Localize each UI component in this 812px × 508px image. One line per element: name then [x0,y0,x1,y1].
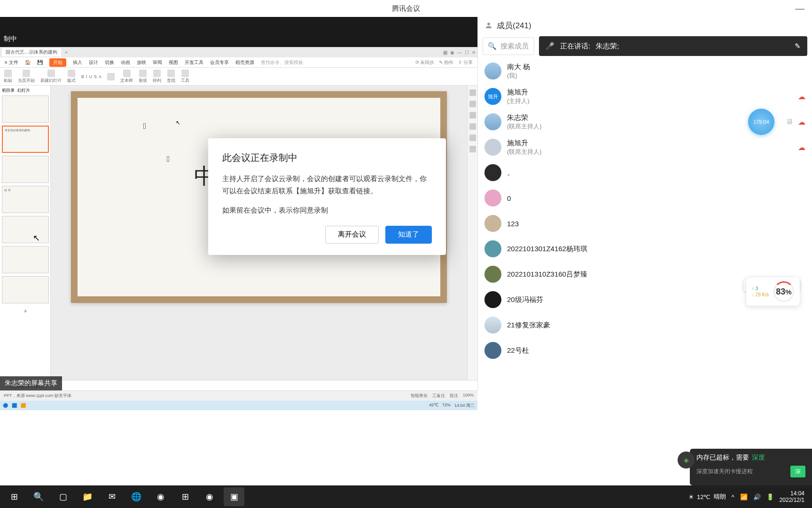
underline-icon[interactable]: U [89,74,93,79]
search-input[interactable]: 🔍 搜索成员 [483,37,534,55]
wifi-icon[interactable]: 📶 [740,493,748,500]
member-row[interactable]: 21修复张家豪 [478,312,812,338]
add-slide-button[interactable]: + [2,306,49,316]
inner-task-icon[interactable]: 🔵 [3,403,8,408]
member-row[interactable]: 施旭升 (联席主持人) ☁ [478,135,812,160]
wps-menu-item[interactable]: 视图 [169,59,178,66]
member-row[interactable]: 南大 杨 (我) [478,58,812,84]
chrome-icon[interactable]: ◉ [199,487,220,506]
layout-icon[interactable] [68,70,75,77]
wps-menu-item[interactable]: 切换 [105,59,114,66]
zoom-level[interactable]: 100% [463,393,474,399]
wps-menu-file[interactable]: ≡ 文件 [5,59,18,66]
wps-layout-icon[interactable]: ▦ [443,50,447,55]
search-button[interactable]: 🔍 [28,487,49,506]
side-tool-icon[interactable] [469,101,476,107]
arrange-icon[interactable] [153,70,161,77]
inner-task-icon[interactable]: 🟦 [12,403,17,408]
mail-icon[interactable]: ✉ [102,487,122,506]
wps-share[interactable]: ⇪ 分享 [458,59,473,66]
member-row[interactable]: 旭升 施旭升 (主持人) ☁ [478,84,812,109]
wps-menu-item[interactable]: 审阅 [153,59,162,66]
side-tool-icon[interactable] [469,135,476,141]
find-icon[interactable] [167,70,175,77]
inner-task-icon[interactable]: 🟧 [21,403,26,408]
app-icon[interactable]: ◉ [150,487,171,506]
member-row[interactable]: 123 [478,211,812,236]
wps-avatar-icon[interactable]: ◉ [450,50,454,55]
paste-icon[interactable] [4,70,12,77]
wps-menu-item[interactable]: 放映 [137,59,146,66]
volume-icon[interactable]: 🔊 [753,493,761,500]
wps-menu-item[interactable]: 插入 [73,59,82,66]
pen-icon[interactable]: ✎ [795,42,801,50]
font-color-icon[interactable]: A [99,74,102,79]
slide-thumb[interactable]: 术史知识体系的建构 [2,126,49,153]
member-row[interactable]: 2022101301Z4162杨玮琪 [478,236,812,262]
shape-icon[interactable] [139,70,147,77]
align-icon[interactable] [107,73,115,80]
wps-min-icon[interactable]: — [457,50,462,55]
member-row[interactable]: 。 [478,160,812,185]
leave-meeting-button[interactable]: 离开会议 [325,226,379,244]
side-tool-icon[interactable] [469,112,476,119]
new-slide-icon[interactable] [47,70,55,77]
wps-menu-item[interactable]: 动画 [121,59,130,66]
toast-action-button[interactable]: 深 [790,466,805,477]
wps-close-icon[interactable]: ✕ [472,50,476,55]
tray-chevron-icon[interactable]: ^ [732,493,734,500]
task-view-button[interactable]: ▢ [53,487,73,506]
slide-thumb[interactable] [2,276,49,303]
slide-thumb[interactable] [2,246,49,273]
wps-search-hint[interactable]: 查找命令、搜索模板 [261,59,303,66]
italic-icon[interactable]: I [86,74,87,79]
slide-thumb[interactable] [2,156,49,183]
ok-button[interactable]: 知道了 [385,226,432,244]
side-tool-icon[interactable] [469,123,476,130]
wps-menu-home[interactable]: 🏠 [25,60,31,65]
start-button[interactable]: ⊞ [4,487,24,506]
minimize-button[interactable]: — [795,3,804,14]
explorer-icon[interactable]: 📁 [77,487,98,506]
notes-pane[interactable]: 单击此处添加备注 [0,380,477,390]
wps-collab[interactable]: ✎ 协作 [439,59,453,66]
thumb-tab[interactable]: 初目录 [2,87,15,94]
memory-warning-toast[interactable]: ◈ 内存已超标，需要 深度 深度加速关闭卡慢进程 深 [690,449,812,485]
slide-thumb[interactable] [2,216,49,243]
textbox-icon[interactable] [123,70,131,77]
side-tool-icon[interactable] [469,89,476,96]
network-widget[interactable]: ↑ 3 ↓ 29 K/s 83% [746,278,800,306]
mem-usage: 72% [442,403,451,409]
store-icon[interactable]: ⊞ [175,487,195,506]
wps-new-tab[interactable]: + [65,50,68,55]
tencent-meeting-icon[interactable]: ▣ [224,487,244,506]
slide-thumb[interactable] [2,95,49,123]
member-row[interactable]: 朱志荣 (联席主持人) 175:04🖥☁ [478,109,812,135]
thumb-tab[interactable]: 幻灯片 [17,87,30,94]
weather-widget[interactable]: ☀ 12℃ 晴朗 [688,492,726,501]
battery-icon[interactable]: 🔋 [766,493,774,500]
system-clock[interactable]: 14:04 2022/12/1 [780,490,804,504]
status-item[interactable]: 批注 [450,393,458,399]
status-item[interactable]: 智能美化 [411,393,428,399]
member-row[interactable]: 0 [478,185,812,211]
bold-icon[interactable]: B [81,74,84,79]
member-row[interactable]: 22号杜 [478,338,812,363]
status-item[interactable]: 三备注 [432,393,445,399]
tools-icon[interactable] [181,70,189,77]
wps-sync-status[interactable]: ⟳ 未同步 [415,59,435,66]
edge-icon[interactable]: 🌐 [126,487,147,506]
strike-icon[interactable]: S [94,74,97,79]
side-tool-icon[interactable] [469,146,476,152]
wps-save-icon[interactable]: 💾 [37,60,43,65]
play-icon[interactable] [23,70,30,77]
wps-menu-item[interactable]: 开发工具 [185,59,203,66]
wps-menu-item[interactable]: 会员专享 [210,59,229,66]
member-role: (我) [507,71,530,80]
slide-thumb[interactable]: 目 录 [2,186,49,213]
wps-menu-item[interactable]: 稻壳资源 [235,59,254,66]
wps-max-icon[interactable]: ☐ [465,50,469,55]
wps-menu-item[interactable]: 设计 [89,59,98,66]
wps-menu-start[interactable]: 开始 [49,58,66,67]
wps-file-tab[interactable]: 国古代艺…识体系的建构 [2,48,61,56]
